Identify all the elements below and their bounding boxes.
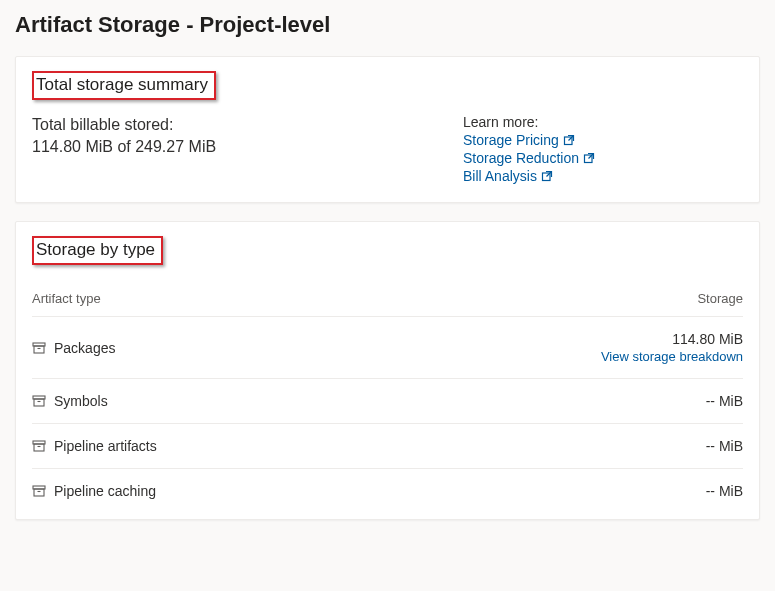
external-link-icon [541,170,553,182]
archive-icon [32,484,46,498]
archive-icon [32,394,46,408]
svg-rect-10 [34,444,44,451]
billable-block: Total billable stored: 114.80 MiB of 249… [32,114,423,186]
summary-heading-highlight: Total storage summary [32,71,216,100]
summary-heading: Total storage summary [34,73,214,98]
col-storage: Storage [697,291,743,306]
table-header: Artifact type Storage [32,285,743,316]
svg-rect-7 [34,399,44,406]
row-name: Symbols [54,393,108,409]
learn-more-label: Learn more: [463,114,743,130]
row-storage: -- MiB [706,483,743,499]
row-name: Pipeline caching [54,483,156,499]
billable-value: 114.80 MiB of 249.27 MiB [32,136,423,158]
page-title: Artifact Storage - Project-level [15,12,760,38]
by-type-heading: Storage by type [34,238,161,263]
by-type-heading-highlight: Storage by type [32,236,163,265]
archive-icon [32,439,46,453]
link-view-breakdown[interactable]: View storage breakdown [601,349,743,364]
summary-card: Total storage summary Total billable sto… [15,56,760,203]
billable-label: Total billable stored: [32,114,423,136]
table-row: Pipeline artifacts -- MiB [32,423,743,468]
col-artifact-type: Artifact type [32,291,101,306]
table-row: Symbols -- MiB [32,378,743,423]
row-name: Packages [54,340,115,356]
table-row: Pipeline caching -- MiB [32,468,743,503]
svg-rect-4 [34,346,44,353]
row-storage: -- MiB [706,393,743,409]
external-link-icon [583,152,595,164]
svg-rect-13 [34,489,44,496]
link-bill-analysis[interactable]: Bill Analysis [463,168,537,184]
by-type-card: Storage by type Artifact type Storage Pa… [15,221,760,520]
archive-icon [32,341,46,355]
table-row: Packages 114.80 MiB View storage breakdo… [32,316,743,378]
row-name: Pipeline artifacts [54,438,157,454]
external-link-icon [563,134,575,146]
link-storage-pricing[interactable]: Storage Pricing [463,132,559,148]
row-storage: -- MiB [706,438,743,454]
row-storage: 114.80 MiB [672,331,743,347]
link-storage-reduction[interactable]: Storage Reduction [463,150,579,166]
